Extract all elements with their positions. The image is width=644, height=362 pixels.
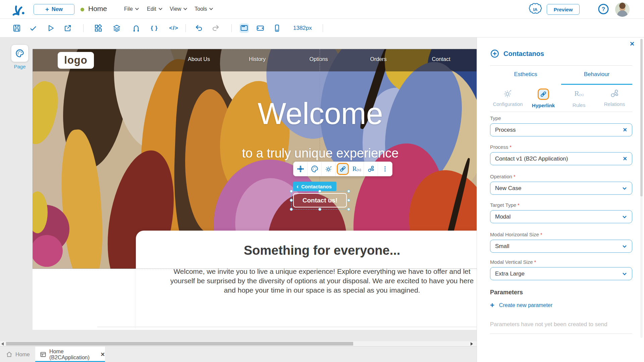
rules-glyph-sub: (x)	[357, 168, 361, 172]
menu-tools[interactable]: Tools	[195, 6, 212, 12]
components-icon[interactable]	[94, 23, 103, 33]
menu-file[interactable]: File	[124, 6, 138, 12]
flow-connector-icon[interactable]	[131, 23, 141, 33]
style-palette-icon[interactable]	[308, 162, 322, 176]
field-modal-horizontal-size-select[interactable]: Small	[490, 240, 632, 253]
selection-handle[interactable]	[290, 199, 293, 202]
subtab-rules-label: Rules	[573, 102, 585, 108]
clear-icon[interactable]: ✕	[623, 127, 627, 133]
brand-logo-icon[interactable]	[12, 3, 25, 17]
page-button-label: Page	[6, 64, 34, 69]
selection-handle[interactable]	[347, 208, 350, 211]
hero-title[interactable]: Welcome	[119, 97, 477, 131]
save-icon[interactable]	[12, 23, 21, 33]
content-card[interactable]: Something for everyone... Welcome, we in…	[136, 231, 477, 330]
site-logo[interactable]: logo	[58, 52, 94, 69]
section-paragraph-line[interactable]: yourself be surprised by the diversity o…	[136, 276, 477, 286]
selection-handle[interactable]	[318, 190, 321, 193]
help-icon[interactable]: ?	[598, 3, 609, 15]
field-process-input[interactable]: Contact v1 (B2C Application) ✕	[490, 152, 632, 165]
run-play-icon[interactable]	[46, 23, 55, 33]
create-new-parameter-button[interactable]: + Create new parameter	[490, 302, 552, 308]
horizontal-scrollbar[interactable]	[0, 341, 477, 346]
device-mobile-icon[interactable]	[272, 23, 282, 33]
field-modal-vertical-size-label: Modal Vertical Size	[490, 259, 533, 265]
move-icon[interactable]	[293, 162, 308, 176]
menu-edit-label: Edit	[147, 6, 156, 12]
redo-icon[interactable]	[211, 23, 220, 33]
nav-link-orders[interactable]: Orders	[370, 56, 387, 62]
selection-handle[interactable]	[347, 190, 350, 193]
subtab-relations[interactable]: Relations	[597, 88, 632, 108]
new-button[interactable]: + New	[34, 4, 74, 15]
device-tablet-icon[interactable]	[256, 23, 265, 33]
subtab-rules[interactable]: R(x) Rules	[561, 88, 597, 108]
nav-link-options[interactable]: Options	[309, 56, 328, 62]
tab-home-b2capplication[interactable]: Home (B2CApplication) ✕	[35, 347, 105, 362]
field-type-label: Type	[490, 115, 501, 121]
user-avatar[interactable]	[615, 2, 630, 17]
status-dot	[80, 8, 84, 11]
code-icon[interactable]: </>	[169, 23, 178, 33]
selection-handle[interactable]	[290, 208, 293, 211]
rules-icon: R(x)	[574, 88, 584, 100]
selected-element-breadcrumb[interactable]: ‹ Contactanos	[293, 182, 336, 191]
chevron-down-icon[interactable]	[622, 186, 627, 191]
validate-check-icon[interactable]	[29, 23, 38, 33]
tab-home[interactable]: Home	[6, 347, 30, 362]
section-paragraph-line[interactable]: Welcome, we invite you to live a unique …	[136, 267, 477, 276]
chevron-left-icon: ‹	[297, 183, 299, 190]
hyperlink-icon-active[interactable]	[336, 162, 350, 176]
chevron-down-icon[interactable]	[622, 244, 627, 249]
braces-icon[interactable]: { }	[150, 23, 159, 33]
tab-close-icon[interactable]: ✕	[101, 351, 105, 358]
field-modal-vertical-size-select[interactable]: Extra Large	[490, 267, 632, 280]
subtab-hyperlink[interactable]: Hyperlink	[526, 88, 561, 108]
nav-link-history[interactable]: History	[249, 56, 266, 62]
scroll-left-arrow-icon[interactable]	[1, 342, 4, 346]
tab-esthetics[interactable]: Esthetics	[490, 68, 561, 80]
scrollbar-thumb[interactable]	[6, 342, 353, 346]
hero-subtitle[interactable]: to a truly unique experience	[119, 146, 477, 161]
section-heading[interactable]: Something for everyone...	[136, 243, 477, 258]
nav-link-about-us[interactable]: About Us	[188, 56, 210, 62]
selection-handle[interactable]	[318, 208, 321, 211]
field-target-type-select[interactable]: Modal	[490, 210, 632, 223]
scroll-right-arrow-icon[interactable]	[471, 342, 473, 346]
panel-scrollbar-thumb[interactable]	[640, 39, 643, 196]
undo-icon[interactable]	[194, 23, 204, 33]
tab-behaviour[interactable]: Behaviour	[561, 68, 632, 80]
chevron-down-icon[interactable]	[622, 214, 627, 220]
device-desktop-icon[interactable]	[239, 23, 249, 33]
clear-icon[interactable]: ✕	[623, 156, 627, 162]
preview-button-label: Preview	[554, 7, 573, 12]
selection-handle[interactable]	[347, 199, 350, 202]
chevron-down-icon[interactable]	[622, 271, 627, 277]
export-icon[interactable]	[63, 23, 72, 33]
page-style-button[interactable]	[11, 45, 29, 62]
field-type-input[interactable]: Process ✕	[490, 123, 632, 136]
subtab-configuration[interactable]: Configuration	[490, 88, 526, 108]
field-operation-select[interactable]: New Case	[490, 182, 632, 195]
menu-view[interactable]: View	[170, 6, 186, 12]
menu-edit[interactable]: Edit	[147, 6, 161, 12]
field-type: Type Process ✕	[490, 115, 632, 136]
menu-tools-label: Tools	[195, 6, 207, 12]
more-options-kebab-icon[interactable]	[378, 162, 392, 176]
panel-scrollbar[interactable]	[640, 39, 643, 338]
toolbar-divider	[185, 24, 186, 32]
nav-link-contact[interactable]: Contact	[432, 56, 450, 62]
field-target-type-value: Modal	[495, 214, 622, 220]
layers-icon[interactable]	[112, 23, 121, 33]
panel-close-icon[interactable]: ✕	[630, 40, 635, 48]
preview-button[interactable]: Preview	[547, 4, 580, 15]
panel-title-row: Contactanos	[490, 49, 544, 58]
ai-assistant-icon[interactable]: IA	[529, 3, 542, 16]
relations-icon[interactable]	[364, 162, 378, 176]
section-paragraph-line[interactable]: and hope your time in our space is as sp…	[136, 286, 477, 295]
selection-handle[interactable]	[290, 190, 293, 193]
configuration-gear-icon[interactable]	[322, 162, 336, 176]
rules-icon[interactable]: R(x)	[350, 162, 364, 176]
hyperlink-highlight-ring	[337, 163, 349, 175]
contact-us-button[interactable]: Contact us!	[293, 193, 347, 207]
